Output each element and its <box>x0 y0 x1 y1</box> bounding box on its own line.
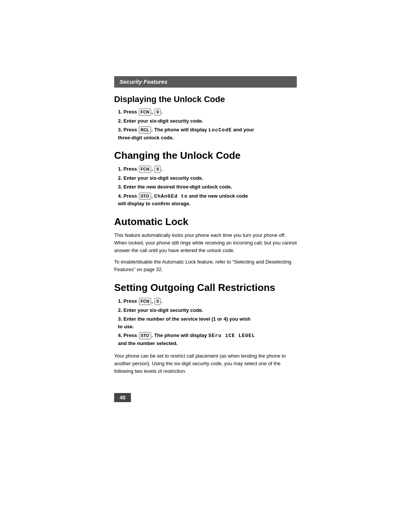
steps-displaying: 1. Press FCN, 0. 2. Enter your six-digit… <box>114 108 297 141</box>
zero-key: 0 <box>155 109 161 116</box>
step-4: 4. Press STO. ChAnGEd to and the new unl… <box>118 192 297 208</box>
page-number: 40 <box>114 393 131 402</box>
step-3: 3. Press RCL. The phone will display Loc… <box>118 126 297 141</box>
fcn-key-2: FCN <box>139 166 151 173</box>
sto-key: STO <box>139 193 151 200</box>
step-3: 3. Enter the number of the service level… <box>118 315 297 330</box>
section-changing-unlock-code: Changing the Unlock Code 1. Press FCN, 0… <box>114 150 297 208</box>
step-2: 2. Enter your six-digit security code. <box>118 174 297 182</box>
step-1: 1. Press FCN, 0. <box>118 108 297 116</box>
page: Security Features Displaying the Unlock … <box>0 0 411 532</box>
rcl-key: RCL <box>139 126 151 134</box>
steps-changing: 1. Press FCN, 0. 2. Enter your six-digit… <box>114 165 297 208</box>
fcn-key-3: FCN <box>139 298 151 305</box>
automatic-lock-para-2: To enable/disable the Automatic Lock fea… <box>114 258 297 273</box>
lcd-display-loccode: LocCodE <box>209 127 232 133</box>
section-title-displaying: Displaying the Unlock Code <box>114 94 297 104</box>
section-title-outgoing: Setting Outgoing Call Restrictions <box>114 282 297 294</box>
lcd-display-service-level: SEru iCE LEUEL <box>208 333 255 339</box>
section-automatic-lock: Automatic Lock This feature automaticall… <box>114 216 297 274</box>
step-2: 2. Enter your six-digit security code. <box>118 307 297 314</box>
section-title-changing: Changing the Unlock Code <box>114 150 297 161</box>
lcd-display-changed: ChAnGEd to <box>154 193 188 199</box>
section-header: Security Features <box>114 76 297 88</box>
outgoing-restrictions-para: Your phone can be set to restrict call p… <box>114 352 297 375</box>
steps-outgoing: 1. Press FCN, 0. 2. Enter your six-digit… <box>114 297 297 347</box>
step-1: 1. Press FCN, 0. <box>118 297 297 305</box>
zero-key-3: 0 <box>155 298 161 305</box>
section-header-text: Security Features <box>119 78 167 85</box>
step-2: 2. Enter your six-digit security code. <box>118 117 297 125</box>
step-3: 3. Enter the new desired three-digit unl… <box>118 183 297 191</box>
content-area: Security Features Displaying the Unlock … <box>114 76 297 402</box>
step-1: 1. Press FCN, 0. <box>118 165 297 173</box>
section-title-automatic-lock: Automatic Lock <box>114 216 297 228</box>
step-4: 4. Press STO. The phone will display SEr… <box>118 332 297 347</box>
sto-key-2: STO <box>139 332 151 339</box>
section-displaying-unlock-code: Displaying the Unlock Code 1. Press FCN,… <box>114 94 297 141</box>
automatic-lock-para-1: This feature automatically locks your ph… <box>114 232 297 254</box>
section-outgoing-restrictions: Setting Outgoing Call Restrictions 1. Pr… <box>114 282 297 375</box>
fcn-key: FCN <box>139 109 151 116</box>
zero-key-2: 0 <box>155 166 161 173</box>
